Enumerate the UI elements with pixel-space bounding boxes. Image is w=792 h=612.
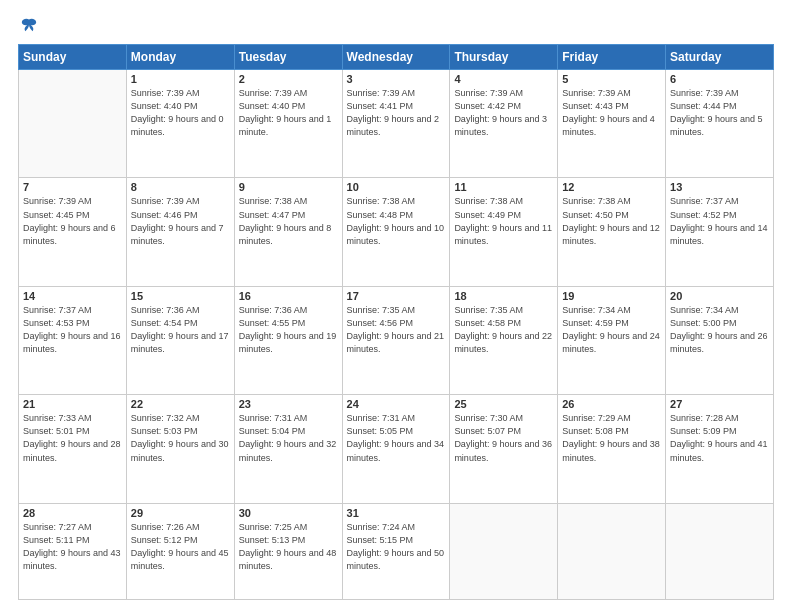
day-info: Sunrise: 7:39 AMSunset: 4:40 PMDaylight:… — [239, 87, 338, 139]
day-info: Sunrise: 7:24 AMSunset: 5:15 PMDaylight:… — [347, 521, 446, 573]
day-number: 25 — [454, 398, 553, 410]
weekday-header-thursday: Thursday — [450, 45, 558, 70]
day-info: Sunrise: 7:35 AMSunset: 4:58 PMDaylight:… — [454, 304, 553, 356]
day-number: 9 — [239, 181, 338, 193]
calendar-cell: 18Sunrise: 7:35 AMSunset: 4:58 PMDayligh… — [450, 286, 558, 394]
calendar-cell: 26Sunrise: 7:29 AMSunset: 5:08 PMDayligh… — [558, 395, 666, 503]
calendar-cell: 12Sunrise: 7:38 AMSunset: 4:50 PMDayligh… — [558, 178, 666, 286]
day-info: Sunrise: 7:39 AMSunset: 4:41 PMDaylight:… — [347, 87, 446, 139]
calendar-cell: 2Sunrise: 7:39 AMSunset: 4:40 PMDaylight… — [234, 70, 342, 178]
calendar-cell: 27Sunrise: 7:28 AMSunset: 5:09 PMDayligh… — [666, 395, 774, 503]
calendar-cell: 4Sunrise: 7:39 AMSunset: 4:42 PMDaylight… — [450, 70, 558, 178]
weekday-header-saturday: Saturday — [666, 45, 774, 70]
day-info: Sunrise: 7:37 AMSunset: 4:53 PMDaylight:… — [23, 304, 122, 356]
day-info: Sunrise: 7:25 AMSunset: 5:13 PMDaylight:… — [239, 521, 338, 573]
day-info: Sunrise: 7:38 AMSunset: 4:48 PMDaylight:… — [347, 195, 446, 247]
day-number: 15 — [131, 290, 230, 302]
day-info: Sunrise: 7:36 AMSunset: 4:55 PMDaylight:… — [239, 304, 338, 356]
day-number: 5 — [562, 73, 661, 85]
weekday-header-monday: Monday — [126, 45, 234, 70]
day-number: 19 — [562, 290, 661, 302]
day-number: 16 — [239, 290, 338, 302]
day-number: 26 — [562, 398, 661, 410]
day-info: Sunrise: 7:36 AMSunset: 4:54 PMDaylight:… — [131, 304, 230, 356]
day-info: Sunrise: 7:29 AMSunset: 5:08 PMDaylight:… — [562, 412, 661, 464]
day-info: Sunrise: 7:33 AMSunset: 5:01 PMDaylight:… — [23, 412, 122, 464]
calendar-cell: 8Sunrise: 7:39 AMSunset: 4:46 PMDaylight… — [126, 178, 234, 286]
day-number: 18 — [454, 290, 553, 302]
day-number: 6 — [670, 73, 769, 85]
day-number: 2 — [239, 73, 338, 85]
calendar-cell: 24Sunrise: 7:31 AMSunset: 5:05 PMDayligh… — [342, 395, 450, 503]
day-number: 17 — [347, 290, 446, 302]
day-number: 20 — [670, 290, 769, 302]
day-info: Sunrise: 7:39 AMSunset: 4:42 PMDaylight:… — [454, 87, 553, 139]
day-info: Sunrise: 7:39 AMSunset: 4:45 PMDaylight:… — [23, 195, 122, 247]
day-number: 8 — [131, 181, 230, 193]
day-info: Sunrise: 7:39 AMSunset: 4:46 PMDaylight:… — [131, 195, 230, 247]
calendar-cell: 15Sunrise: 7:36 AMSunset: 4:54 PMDayligh… — [126, 286, 234, 394]
day-number: 10 — [347, 181, 446, 193]
day-number: 30 — [239, 507, 338, 519]
calendar-cell — [450, 503, 558, 599]
calendar-cell: 29Sunrise: 7:26 AMSunset: 5:12 PMDayligh… — [126, 503, 234, 599]
week-row-2: 7Sunrise: 7:39 AMSunset: 4:45 PMDaylight… — [19, 178, 774, 286]
calendar-cell: 19Sunrise: 7:34 AMSunset: 4:59 PMDayligh… — [558, 286, 666, 394]
weekday-header-friday: Friday — [558, 45, 666, 70]
calendar-cell: 9Sunrise: 7:38 AMSunset: 4:47 PMDaylight… — [234, 178, 342, 286]
day-info: Sunrise: 7:32 AMSunset: 5:03 PMDaylight:… — [131, 412, 230, 464]
day-number: 31 — [347, 507, 446, 519]
day-info: Sunrise: 7:34 AMSunset: 4:59 PMDaylight:… — [562, 304, 661, 356]
calendar-cell: 25Sunrise: 7:30 AMSunset: 5:07 PMDayligh… — [450, 395, 558, 503]
day-number: 21 — [23, 398, 122, 410]
calendar-cell: 11Sunrise: 7:38 AMSunset: 4:49 PMDayligh… — [450, 178, 558, 286]
day-info: Sunrise: 7:39 AMSunset: 4:44 PMDaylight:… — [670, 87, 769, 139]
weekday-header-wednesday: Wednesday — [342, 45, 450, 70]
day-info: Sunrise: 7:39 AMSunset: 4:40 PMDaylight:… — [131, 87, 230, 139]
day-info: Sunrise: 7:27 AMSunset: 5:11 PMDaylight:… — [23, 521, 122, 573]
calendar-cell: 6Sunrise: 7:39 AMSunset: 4:44 PMDaylight… — [666, 70, 774, 178]
calendar-cell: 14Sunrise: 7:37 AMSunset: 4:53 PMDayligh… — [19, 286, 127, 394]
week-row-3: 14Sunrise: 7:37 AMSunset: 4:53 PMDayligh… — [19, 286, 774, 394]
calendar-cell: 28Sunrise: 7:27 AMSunset: 5:11 PMDayligh… — [19, 503, 127, 599]
calendar-cell: 10Sunrise: 7:38 AMSunset: 4:48 PMDayligh… — [342, 178, 450, 286]
day-info: Sunrise: 7:28 AMSunset: 5:09 PMDaylight:… — [670, 412, 769, 464]
calendar-cell: 30Sunrise: 7:25 AMSunset: 5:13 PMDayligh… — [234, 503, 342, 599]
day-number: 22 — [131, 398, 230, 410]
calendar-cell: 31Sunrise: 7:24 AMSunset: 5:15 PMDayligh… — [342, 503, 450, 599]
calendar-cell: 23Sunrise: 7:31 AMSunset: 5:04 PMDayligh… — [234, 395, 342, 503]
calendar-cell: 1Sunrise: 7:39 AMSunset: 4:40 PMDaylight… — [126, 70, 234, 178]
day-number: 29 — [131, 507, 230, 519]
week-row-1: 1Sunrise: 7:39 AMSunset: 4:40 PMDaylight… — [19, 70, 774, 178]
day-info: Sunrise: 7:34 AMSunset: 5:00 PMDaylight:… — [670, 304, 769, 356]
calendar-cell: 20Sunrise: 7:34 AMSunset: 5:00 PMDayligh… — [666, 286, 774, 394]
day-info: Sunrise: 7:30 AMSunset: 5:07 PMDaylight:… — [454, 412, 553, 464]
week-row-4: 21Sunrise: 7:33 AMSunset: 5:01 PMDayligh… — [19, 395, 774, 503]
day-info: Sunrise: 7:31 AMSunset: 5:04 PMDaylight:… — [239, 412, 338, 464]
day-number: 14 — [23, 290, 122, 302]
day-info: Sunrise: 7:38 AMSunset: 4:49 PMDaylight:… — [454, 195, 553, 247]
weekday-header-row: SundayMondayTuesdayWednesdayThursdayFrid… — [19, 45, 774, 70]
day-info: Sunrise: 7:26 AMSunset: 5:12 PMDaylight:… — [131, 521, 230, 573]
day-number: 4 — [454, 73, 553, 85]
day-number: 27 — [670, 398, 769, 410]
day-number: 13 — [670, 181, 769, 193]
day-number: 23 — [239, 398, 338, 410]
day-info: Sunrise: 7:35 AMSunset: 4:56 PMDaylight:… — [347, 304, 446, 356]
calendar-table: SundayMondayTuesdayWednesdayThursdayFrid… — [18, 44, 774, 600]
header — [18, 16, 774, 34]
logo — [18, 16, 38, 34]
calendar-cell: 21Sunrise: 7:33 AMSunset: 5:01 PMDayligh… — [19, 395, 127, 503]
calendar-cell: 17Sunrise: 7:35 AMSunset: 4:56 PMDayligh… — [342, 286, 450, 394]
day-number: 3 — [347, 73, 446, 85]
calendar-cell: 7Sunrise: 7:39 AMSunset: 4:45 PMDaylight… — [19, 178, 127, 286]
day-number: 12 — [562, 181, 661, 193]
calendar-cell: 3Sunrise: 7:39 AMSunset: 4:41 PMDaylight… — [342, 70, 450, 178]
day-number: 11 — [454, 181, 553, 193]
day-number: 24 — [347, 398, 446, 410]
weekday-header-sunday: Sunday — [19, 45, 127, 70]
day-number: 7 — [23, 181, 122, 193]
page: SundayMondayTuesdayWednesdayThursdayFrid… — [0, 0, 792, 612]
day-info: Sunrise: 7:39 AMSunset: 4:43 PMDaylight:… — [562, 87, 661, 139]
calendar-cell — [666, 503, 774, 599]
